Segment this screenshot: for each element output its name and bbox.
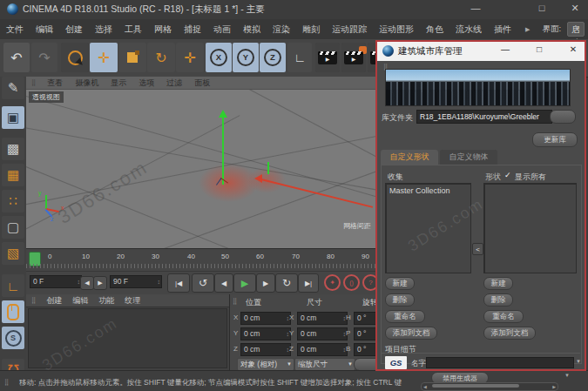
render-view-button[interactable]: ▶ — [315, 43, 340, 72]
menu-overflow-icon[interactable]: ▶ — [519, 26, 536, 33]
size-z-input[interactable]: 0 cm↕ — [297, 343, 348, 356]
viewport-solo-icon[interactable] — [2, 300, 24, 323]
vp-menu-view[interactable]: 查看 — [41, 78, 69, 89]
current-frame-input[interactable]: 0 F↕ — [30, 275, 82, 288]
lock-x-axis-button[interactable]: X — [206, 43, 232, 72]
vp-menu-display[interactable]: 显示 — [105, 78, 132, 89]
enable-axis-icon[interactable]: ∟ — [2, 274, 24, 297]
drag-handle-icon[interactable]: ⣿ — [26, 297, 41, 304]
frame-fwd-button[interactable]: ▶ — [93, 276, 107, 290]
scale-tool[interactable] — [118, 43, 146, 72]
window-titlebar[interactable]: CINEMA 4D R18.011 Studio (RC - R18) - [未… — [0, 0, 588, 19]
maximize-button[interactable]: □ — [533, 3, 551, 13]
browse-folder-button[interactable] — [550, 110, 576, 124]
end-frame-input[interactable]: 90 F↕ — [110, 275, 162, 288]
viewport-name-label[interactable]: 透视视图 — [29, 91, 64, 103]
previous-key-button[interactable]: ◀ — [214, 273, 233, 293]
collection-new-button[interactable]: 新建 — [385, 277, 415, 290]
shape-delete-button[interactable]: 删除 — [483, 293, 513, 307]
menu-character[interactable]: 角色 — [420, 24, 449, 36]
shape-rename-button[interactable]: 重命名 — [483, 310, 524, 323]
loop-mode-button[interactable]: ↻ — [275, 273, 298, 293]
dialog-maximize-button[interactable]: □ — [531, 44, 547, 54]
y-axis-line[interactable] — [222, 118, 224, 185]
snap-settings-icon[interactable]: S — [2, 327, 24, 349]
points-mode-icon[interactable]: ∷ — [2, 190, 24, 212]
menu-select[interactable]: 选择 — [89, 24, 118, 36]
scrollbar-thumb[interactable] — [432, 384, 519, 388]
move-left-button[interactable]: < — [472, 243, 483, 255]
coord-mode-dropdown[interactable]: 对象 (相对)▼ — [237, 358, 294, 371]
vp-menu-camera[interactable]: 摄像机 — [69, 78, 105, 89]
collection-delete-button[interactable]: 删除 — [385, 293, 415, 307]
tab-custom-objects[interactable]: 自定义物体 — [440, 150, 497, 165]
menu-mograph[interactable]: 运动图形 — [373, 24, 420, 36]
go-to-start-button[interactable]: |◀ — [167, 273, 190, 293]
menu-render[interactable]: 渲染 — [267, 24, 296, 36]
size-mode-dropdown[interactable]: 缩放尺寸▼ — [294, 358, 355, 371]
menu-create[interactable]: 创建 — [59, 24, 89, 36]
name-input[interactable] — [426, 357, 574, 368]
pos-y-input[interactable]: 0 cm↕ — [240, 327, 291, 340]
workplane-mode-icon[interactable]: ▦ — [2, 164, 24, 186]
chevron-down-icon[interactable]: ▼ — [576, 359, 581, 364]
menu-simulate[interactable]: 模拟 — [237, 24, 267, 36]
move-tool[interactable]: ✛ — [90, 43, 118, 72]
list-item[interactable]: Master Collection — [389, 186, 450, 195]
menu-mesh[interactable]: 网格 — [148, 24, 178, 36]
menu-file[interactable]: 文件 — [0, 24, 30, 36]
dialog-minimize-button[interactable]: — — [497, 44, 513, 54]
lock-y-axis-button[interactable]: Y — [233, 43, 259, 72]
collection-rename-button[interactable]: 重命名 — [385, 310, 425, 323]
material-list-area[interactable]: 3D66.com — [28, 308, 227, 368]
dialog-titlebar[interactable]: 建筑城市库管理 — □ ✕ — [377, 42, 585, 61]
make-editable-icon[interactable]: ✎ — [2, 77, 24, 99]
library-folder-input[interactable]: R18_1EBA1188\Kuroyume\Greebler — [416, 110, 552, 124]
go-to-end-button[interactable]: ▶| — [298, 273, 319, 293]
update-library-button[interactable]: 更新库 — [532, 132, 578, 147]
dialog-close-button[interactable]: ✕ — [565, 44, 581, 54]
render-to-pv-button[interactable]: ▶ — [341, 43, 366, 72]
edges-mode-icon[interactable]: ▢ — [2, 216, 24, 239]
vp-menu-panel[interactable]: 面板 — [188, 78, 216, 89]
checkbox-check-icon[interactable]: ✓ — [504, 171, 511, 179]
scroll-right-icon[interactable]: ▶ — [552, 384, 556, 389]
coordinate-system-button[interactable]: ∟ — [287, 43, 312, 72]
shape-add-to-doc-button[interactable]: 添加到文档 — [483, 327, 536, 340]
size-y-input[interactable]: 0 cm↕ — [297, 327, 348, 340]
last-used-tool[interactable]: ✛ — [176, 43, 204, 72]
shape-new-button[interactable]: 新建 — [483, 277, 513, 290]
pos-x-input[interactable]: 0 cm↕ — [240, 312, 291, 325]
record-keyframe-button[interactable]: ✦ — [324, 274, 341, 291]
mat-menu-texture[interactable]: 纹理 — [119, 295, 145, 307]
undo-button[interactable]: ↶ — [3, 43, 30, 72]
rotate-tool[interactable]: ↻ — [147, 43, 175, 72]
mat-menu-create[interactable]: 创建 — [41, 295, 67, 307]
next-key-button[interactable]: ▶ — [256, 273, 275, 293]
lock-z-axis-button[interactable]: Z — [260, 43, 286, 72]
model-mode-icon[interactable]: ▣ — [2, 106, 24, 129]
drag-handle-icon[interactable]: ⣿ — [233, 298, 237, 305]
frame-back-button[interactable]: ◀ — [80, 276, 94, 290]
size-x-input[interactable]: 0 cm↕ — [297, 312, 348, 325]
menu-edit[interactable]: 编辑 — [30, 24, 59, 36]
play-button[interactable]: ▶ — [233, 273, 256, 293]
play-backwards-button[interactable]: ↺ — [192, 273, 214, 293]
menu-animate[interactable]: 动画 — [207, 24, 237, 36]
drag-handle-icon[interactable]: ⣿ — [26, 79, 41, 86]
show-all-checkbox-label[interactable]: 显示所有 — [515, 172, 546, 183]
pos-z-input[interactable]: 0 cm↕ — [240, 343, 291, 356]
perspective-viewport[interactable]: 3D66.com y x z ⣿ 查看 摄像机 显示 选项 过滤 面板 透视视图 — [26, 77, 380, 248]
mat-menu-edit[interactable]: 编辑 — [67, 295, 93, 307]
collection-listbox[interactable]: Master Collection — [385, 183, 471, 273]
menu-sculpt[interactable]: 雕刻 — [296, 24, 326, 36]
interface-dropdown[interactable]: 启动 ▼ — [567, 22, 585, 37]
spinner-icon[interactable]: ↕ — [158, 276, 161, 287]
live-selection-tool[interactable] — [61, 43, 89, 72]
close-button[interactable]: ✕ — [566, 3, 584, 14]
menu-tools[interactable]: 工具 — [118, 24, 148, 36]
minimize-button[interactable]: — — [467, 3, 484, 13]
chevron-down-icon[interactable]: ▼ — [564, 373, 570, 378]
menu-pipeline[interactable]: 流水线 — [449, 24, 488, 36]
texture-mode-icon[interactable]: ▩ — [2, 138, 24, 160]
